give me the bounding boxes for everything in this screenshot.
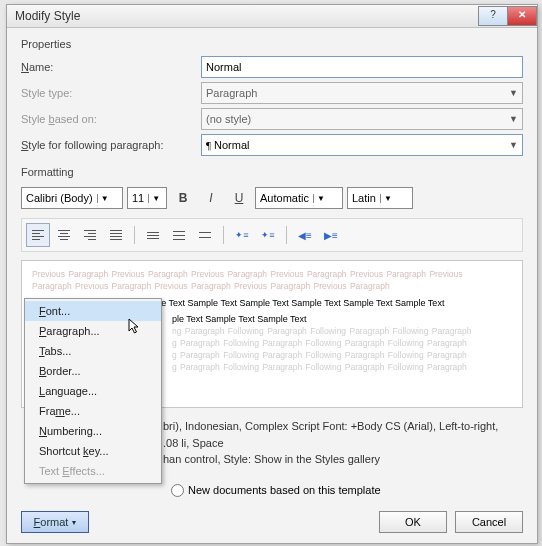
bold-button[interactable]: B [171,186,195,210]
chevron-down-icon: ▼ [509,114,518,124]
spacing-2-button[interactable] [193,223,217,247]
menu-item-border[interactable]: Border... [25,361,161,381]
align-right-icon [84,230,96,240]
chevron-down-icon: ▼ [509,88,518,98]
color-combo[interactable]: Automatic▼ [255,187,343,209]
style-type-value: Paragraph [206,87,257,99]
align-left-button[interactable] [26,223,50,247]
space-before-dec-button[interactable]: ✦≡ [256,223,280,247]
menu-item-text-effects: Text Effects... [25,461,161,481]
menu-indicator-icon: ▾ [72,518,76,527]
align-right-button[interactable] [78,223,102,247]
style-based-label: Style based on: [21,113,201,125]
align-center-icon [58,230,70,240]
spacing-icon [199,232,211,238]
menu-item-font[interactable]: Font... [25,301,161,321]
close-button[interactable]: ✕ [507,6,537,26]
italic-button[interactable]: I [199,186,223,210]
format-menu: Font... Paragraph... Tabs... Border... L… [24,298,162,484]
font-combo[interactable]: Calibri (Body)▼ [21,187,123,209]
align-justify-button[interactable] [104,223,128,247]
menu-item-numbering[interactable]: Numbering... [25,421,161,441]
size-combo[interactable]: 11▼ [127,187,167,209]
menu-item-language[interactable]: Language... [25,381,161,401]
help-button[interactable]: ? [478,6,507,26]
menu-item-tabs[interactable]: Tabs... [25,341,161,361]
following-label: Style for following paragraph: [21,139,201,151]
name-input[interactable] [201,56,523,78]
underline-button[interactable]: U [227,186,251,210]
style-type-label: Style type: [21,87,201,99]
align-justify-icon [110,230,122,240]
new-docs-radio[interactable]: New documents based on this template [171,484,381,497]
titlebar: Modify Style ? ✕ [7,5,537,28]
menu-item-frame[interactable]: Frame... [25,401,161,421]
style-based-value: (no style) [206,113,251,125]
indent-inc-button[interactable]: ▶≡ [319,223,343,247]
size-value: 11 [128,192,148,204]
following-value: Normal [214,139,249,151]
spacing-icon [173,231,185,240]
script-value: Latin [348,192,380,204]
dialog-title: Modify Style [15,9,80,23]
ok-button[interactable]: OK [379,511,447,533]
style-type-dropdown: Paragraph ▼ [201,82,523,104]
align-left-icon [32,230,44,240]
formatting-heading: Formatting [21,166,523,178]
menu-item-shortcut[interactable]: Shortcut key... [25,441,161,461]
font-value: Calibri (Body) [22,192,97,204]
following-dropdown[interactable]: ¶ Normal ▼ [201,134,523,156]
script-combo[interactable]: Latin▼ [347,187,413,209]
space-before-inc-button[interactable]: ✦≡ [230,223,254,247]
color-value: Automatic [256,192,313,204]
style-based-dropdown: (no style) ▼ [201,108,523,130]
preview-prev-para: Previous Paragraph Previous Paragraph Pr… [32,269,512,281]
cancel-button[interactable]: Cancel [455,511,523,533]
new-docs-label: New documents based on this template [188,484,381,496]
indent-dec-button[interactable]: ◀≡ [293,223,317,247]
format-label: Format [34,516,69,528]
preview-prev-para: Paragraph Previous Paragraph Previous Pa… [32,281,512,293]
format-button[interactable]: Format▾ [21,511,89,533]
spacing-15-button[interactable] [167,223,191,247]
name-label: Name: [21,61,201,73]
menu-item-paragraph[interactable]: Paragraph... [25,321,161,341]
chevron-down-icon: ▼ [509,140,518,150]
spacing-icon [147,232,159,239]
properties-heading: Properties [21,38,523,50]
align-center-button[interactable] [52,223,76,247]
spacing-1-button[interactable] [141,223,165,247]
